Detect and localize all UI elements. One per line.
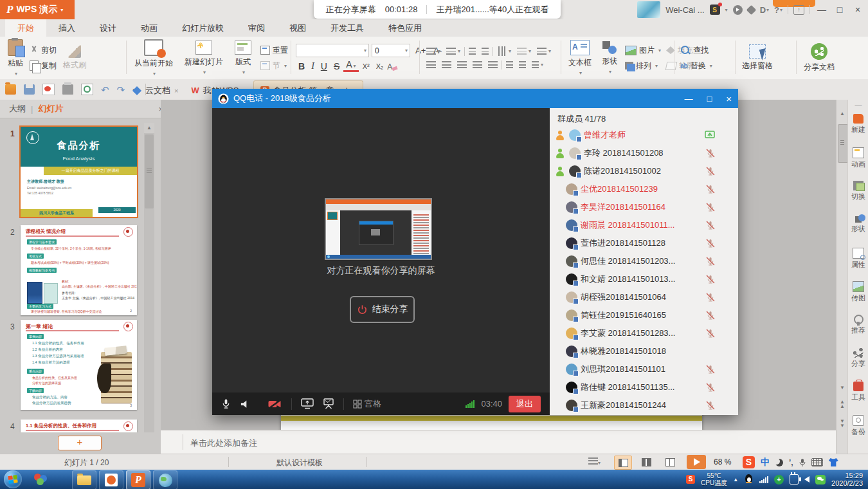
- rail-upload-image-button[interactable]: 传图: [848, 281, 868, 303]
- section-button[interactable]: 节: [260, 60, 288, 71]
- replace-button[interactable]: ab替换: [680, 60, 712, 71]
- text-direction-button[interactable]: [495, 46, 513, 56]
- member-row[interactable]: 刘思琪2018141501101: [550, 360, 738, 378]
- tab-slideshow[interactable]: 幻灯片放映: [170, 19, 236, 37]
- align-center-button[interactable]: [440, 60, 453, 69]
- skin-icon[interactable]: [733, 5, 743, 15]
- decrease-indent-button[interactable]: [467, 46, 478, 56]
- underline-button[interactable]: U: [318, 61, 330, 71]
- italic-button[interactable]: I: [309, 61, 317, 71]
- member-row[interactable]: 李玲 2018141501208: [550, 144, 738, 162]
- start-button[interactable]: [4, 470, 22, 488]
- rail-share-button[interactable]: 分享: [848, 348, 868, 369]
- scroll-thumb[interactable]: [838, 124, 848, 163]
- docer-diamond-icon[interactable]: [748, 6, 755, 14]
- spacing-loose-button[interactable]: [530, 60, 545, 69]
- rail-transition-button[interactable]: 切换: [848, 181, 868, 201]
- slide-thumbnail-3[interactable]: 第一章 绪论 掌握内容 1.1 食品分析的性质、任务和作用 1.2 食品分析的内…: [21, 320, 137, 410]
- member-row[interactable]: 陈诺2018141501002: [550, 162, 738, 180]
- tray-qq-icon[interactable]: [744, 474, 754, 484]
- view-options-icon[interactable]: ▾: [588, 457, 601, 466]
- cut-button[interactable]: 剪切: [30, 45, 57, 56]
- app-menu-button[interactable]: P WPS 演示 ▾: [0, 0, 75, 19]
- member-row[interactable]: 胡桎强2018141501064: [550, 288, 738, 306]
- mic-icon[interactable]: [799, 458, 806, 467]
- new-slide-button[interactable]: 新建幻灯片: [182, 38, 226, 78]
- member-row[interactable]: 林晓雅2018141501018: [550, 342, 738, 360]
- keyboard-icon[interactable]: [811, 458, 823, 466]
- numbering-button[interactable]: [444, 46, 462, 56]
- bullets-button[interactable]: [424, 46, 442, 56]
- line-spacing-button[interactable]: [535, 46, 553, 56]
- reset-button[interactable]: 重置: [260, 45, 288, 56]
- justify-button[interactable]: [471, 60, 484, 69]
- member-row[interactable]: 谢雨晨 2018141501011...: [550, 216, 738, 234]
- slides-tab[interactable]: 幻灯片: [38, 103, 63, 115]
- rail-new-button[interactable]: 新建: [848, 114, 868, 134]
- normal-view-button[interactable]: [614, 456, 632, 470]
- redo-icon[interactable]: ↷: [117, 84, 125, 95]
- slide-thumbnail-1[interactable]: 食品分析 Food Analysis 一扇开启食品品质分析之门的课程 主讲教师:…: [21, 127, 137, 217]
- hide-ribbon-icon[interactable]: ↑: [793, 5, 804, 15]
- skin-shirt-icon[interactable]: [829, 458, 838, 466]
- maximize-button[interactable]: □: [833, 5, 846, 15]
- moon-icon[interactable]: [775, 459, 783, 466]
- bold-button[interactable]: B: [296, 61, 307, 71]
- save-icon[interactable]: [24, 84, 35, 95]
- vip-badge-icon[interactable]: S: [710, 5, 720, 15]
- align-right-button[interactable]: [455, 60, 469, 69]
- font-size-select[interactable]: 0: [372, 44, 410, 57]
- tab-insert[interactable]: 插入: [46, 19, 87, 37]
- end-share-button[interactable]: 结束分享: [350, 296, 415, 323]
- member-row[interactable]: 李艾蒙 2018141501283...: [550, 324, 738, 342]
- member-row[interactable]: 李昊洋2018141501164: [550, 198, 738, 216]
- scroll-up-icon[interactable]: ▲: [144, 123, 154, 133]
- volume-icon[interactable]: [804, 476, 809, 483]
- punctuation-icon[interactable]: ’,: [789, 458, 793, 467]
- member-row[interactable]: 王新豪2018141501244: [550, 396, 738, 414]
- tab-design[interactable]: 设计: [87, 19, 129, 37]
- scroll-thumb[interactable]: [145, 134, 154, 208]
- qq-titlebar[interactable]: QQ电话 - 2018级食品分析 — □ ×: [212, 89, 738, 108]
- undo-icon[interactable]: ↶: [101, 84, 109, 95]
- paste-button[interactable]: 粘贴: [5, 38, 26, 78]
- taskbar-wps-presentation-icon[interactable]: P: [126, 470, 150, 489]
- rail-recommend-button[interactable]: 推荐: [848, 315, 868, 335]
- editor-scrollbar[interactable]: ▲ ▼ ▲▲ ▼▼: [836, 100, 848, 454]
- print-icon[interactable]: [62, 84, 73, 95]
- arrange-button[interactable]: 排列: [625, 60, 661, 71]
- taskbar-explorer-icon[interactable]: [72, 470, 96, 489]
- member-row[interactable]: 和文婧 2018141501013...: [550, 270, 738, 288]
- subscript-button[interactable]: X₂: [374, 62, 386, 70]
- distribute-button[interactable]: [486, 60, 500, 69]
- qq-maximize-button[interactable]: □: [707, 94, 712, 104]
- tray-sogou-icon[interactable]: S: [686, 475, 695, 484]
- rail-properties-button[interactable]: 属性: [848, 248, 868, 270]
- taskbar-pdf-icon[interactable]: [99, 470, 123, 489]
- member-row[interactable]: 何思佳 2018141501203...: [550, 252, 738, 270]
- taskbar-app-globe-icon[interactable]: [153, 470, 177, 489]
- speaker-icon[interactable]: [240, 399, 249, 409]
- minimize-button[interactable]: —: [815, 5, 828, 15]
- docer-menu[interactable]: D▾: [760, 5, 769, 15]
- antivirus-icon[interactable]: +: [774, 475, 784, 484]
- strikethrough-button[interactable]: S: [331, 61, 342, 71]
- network-signal-icon[interactable]: [759, 475, 768, 483]
- increase-indent-button[interactable]: [480, 46, 491, 56]
- tab-special-features[interactable]: 特色应用: [376, 19, 434, 37]
- clear-format-button[interactable]: A: [387, 62, 395, 71]
- layout-button[interactable]: 版式: [232, 38, 254, 78]
- microphone-icon[interactable]: [221, 398, 231, 410]
- notes-placeholder[interactable]: 单击此处添加备注: [190, 438, 257, 449]
- rail-animation-button[interactable]: 动画: [848, 147, 868, 169]
- rail-backup-button[interactable]: 备份: [848, 415, 868, 437]
- tab-review[interactable]: 审阅: [236, 19, 277, 37]
- close-button[interactable]: ×: [851, 5, 864, 15]
- picture-button[interactable]: 图片: [625, 45, 661, 56]
- chevron-down-icon[interactable]: ▾: [725, 7, 728, 13]
- rail-shapes-button[interactable]: 形状: [848, 214, 868, 234]
- copy-button[interactable]: 复制: [30, 60, 57, 71]
- zoom-level[interactable]: 68 %: [714, 457, 731, 466]
- previous-slide-icon[interactable]: ▲▲: [836, 399, 848, 410]
- slide-thumbnail-2[interactable]: 课程相关 情况介绍 课程学习基本要求 专业核心基础课, 32个学时, 2个学分,…: [21, 225, 137, 315]
